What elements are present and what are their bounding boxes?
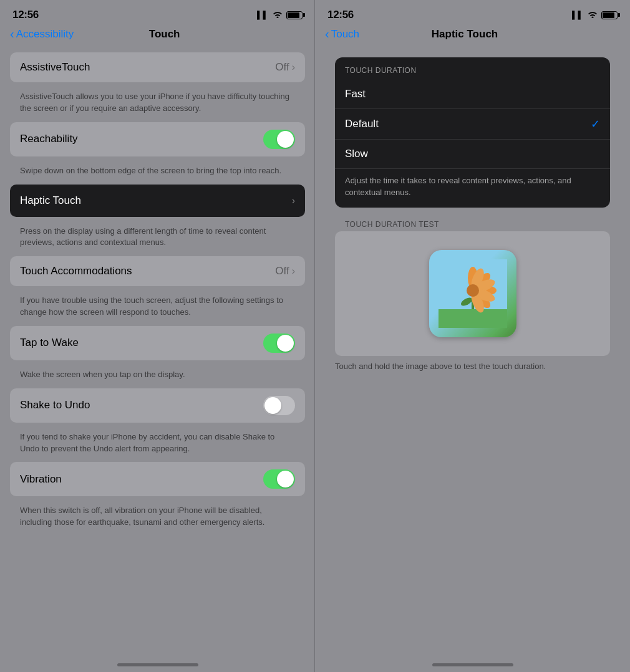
touchaccommodations-group: Touch Accommodations Off ›	[10, 256, 305, 286]
left-home-bar	[117, 663, 198, 666]
right-signal-icon: ▌▌	[572, 11, 584, 19]
haptictouch-description: Press on the display using a different l…	[10, 222, 305, 257]
checkmark-icon: ✓	[591, 117, 600, 131]
right-home-bar	[432, 663, 513, 666]
haptictouch-chevron: ›	[292, 195, 295, 206]
signal-icon: ▌▌	[257, 11, 269, 19]
touch-option-default-label: Default	[345, 118, 379, 130]
left-status-bar: 12:56 ▌▌	[0, 0, 315, 25]
touch-option-slow-label: Slow	[345, 148, 368, 160]
left-status-icons: ▌▌	[257, 11, 303, 20]
taptowake-description: Wake the screen when you tap on the disp…	[10, 365, 305, 388]
right-nav-bar: ‹ Touch Haptic Touch	[315, 25, 630, 47]
vibration-toggle[interactable]	[263, 469, 295, 489]
assistivetouch-group: AssistiveTouch Off ›	[10, 52, 305, 82]
assistivetouch-label: AssistiveTouch	[20, 61, 90, 74]
battery-icon	[286, 11, 303, 19]
right-back-chevron: ‹	[325, 27, 329, 41]
vibration-label: Vibration	[20, 473, 62, 486]
right-nav-title: Haptic Touch	[359, 28, 570, 41]
right-panel: 12:56 ▌▌ ‹ Touch Haptic Touch TOUCH DURA…	[315, 0, 630, 672]
right-time: 12:56	[327, 9, 354, 21]
assistivetouch-description: AssistiveTouch allows you to use your iP…	[10, 87, 305, 122]
left-back-chevron: ‹	[10, 27, 14, 41]
right-status-bar: 12:56 ▌▌	[315, 0, 630, 25]
left-home-indicator	[0, 657, 315, 672]
wifi-icon	[273, 11, 283, 20]
touch-duration-description: Adjust the time it takes to reveal conte…	[335, 169, 610, 208]
shaketoundo-description: If you tend to shake your iPhone by acci…	[10, 428, 305, 463]
reachability-toggle[interactable]	[263, 130, 295, 149]
left-scroll-content: AssistiveTouch Off › AssistiveTouch allo…	[0, 47, 315, 657]
assistivetouch-status: Off	[275, 61, 289, 74]
touchaccommodations-row[interactable]: Touch Accommodations Off ›	[10, 256, 305, 286]
right-back-button[interactable]: ‹ Touch	[325, 27, 359, 41]
touch-test-description: Touch and hold the image above to test t…	[335, 356, 610, 380]
right-back-label: Touch	[331, 28, 359, 41]
touch-option-slow[interactable]: Slow	[335, 140, 610, 169]
test-image-area[interactable]	[335, 231, 610, 356]
taptowake-row[interactable]: Tap to Wake	[10, 326, 305, 360]
haptictouch-row[interactable]: Haptic Touch ›	[10, 185, 305, 217]
shaketoundo-toggle[interactable]	[263, 396, 295, 415]
assistivetouch-chevron: ›	[292, 62, 295, 73]
touch-option-default[interactable]: Default ✓	[335, 109, 610, 140]
shaketoundo-row[interactable]: Shake to Undo	[10, 388, 305, 423]
left-nav-title: Touch	[74, 28, 255, 41]
shaketoundo-label: Shake to Undo	[20, 399, 90, 411]
left-back-label: Accessibility	[16, 28, 74, 41]
right-wifi-icon	[588, 11, 598, 20]
reachability-row[interactable]: Reachability	[10, 122, 305, 156]
vibration-row[interactable]: Vibration	[10, 462, 305, 496]
left-panel: 12:56 ▌▌ ‹ Accessibility Touch Assistive…	[0, 0, 315, 672]
touchaccommodations-status: Off	[275, 265, 289, 277]
touchaccommodations-label: Touch Accommodations	[20, 265, 132, 277]
shaketoundo-group: Shake to Undo	[10, 388, 305, 423]
taptowake-group: Tap to Wake	[10, 326, 305, 360]
reachability-label: Reachability	[20, 133, 78, 145]
left-back-button[interactable]: ‹ Accessibility	[10, 27, 74, 41]
touchaccommodations-value: Off ›	[275, 265, 295, 277]
reachability-group: Reachability	[10, 122, 305, 156]
vibration-group: Vibration	[10, 462, 305, 496]
svg-rect-1	[439, 309, 507, 328]
flower-image[interactable]	[429, 250, 516, 337]
reachability-description: Swipe down on the bottom edge of the scr…	[10, 161, 305, 185]
touchaccommodations-chevron: ›	[292, 266, 295, 277]
right-status-icons: ▌▌	[572, 11, 618, 20]
right-home-indicator	[315, 657, 630, 672]
touch-duration-header: TOUCH DURATION	[335, 57, 610, 80]
right-battery-icon	[601, 11, 618, 19]
haptictouch-label: Haptic Touch	[20, 194, 81, 207]
touchaccommodations-description: If you have trouble using the touch scre…	[10, 291, 305, 326]
touch-option-fast-label: Fast	[345, 88, 366, 100]
svg-point-12	[467, 284, 479, 297]
touch-option-fast[interactable]: Fast	[335, 80, 610, 109]
vibration-description: When this switch is off, all vibration o…	[10, 501, 305, 536]
taptowake-toggle[interactable]	[263, 334, 295, 353]
right-scroll-content: TOUCH DURATION Fast Default ✓ Slow Adjus…	[315, 47, 630, 657]
taptowake-label: Tap to Wake	[20, 337, 79, 349]
left-time: 12:56	[12, 9, 39, 21]
assistivetouch-value: Off ›	[275, 61, 295, 74]
touch-duration-card: TOUCH DURATION Fast Default ✓ Slow Adjus…	[335, 57, 610, 208]
touch-duration-test-header: TOUCH DURATION TEST	[335, 213, 610, 231]
left-nav-bar: ‹ Accessibility Touch	[0, 25, 315, 47]
assistivetouch-row[interactable]: AssistiveTouch Off ›	[10, 52, 305, 82]
touch-test-section: TOUCH DURATION TEST	[335, 213, 610, 380]
